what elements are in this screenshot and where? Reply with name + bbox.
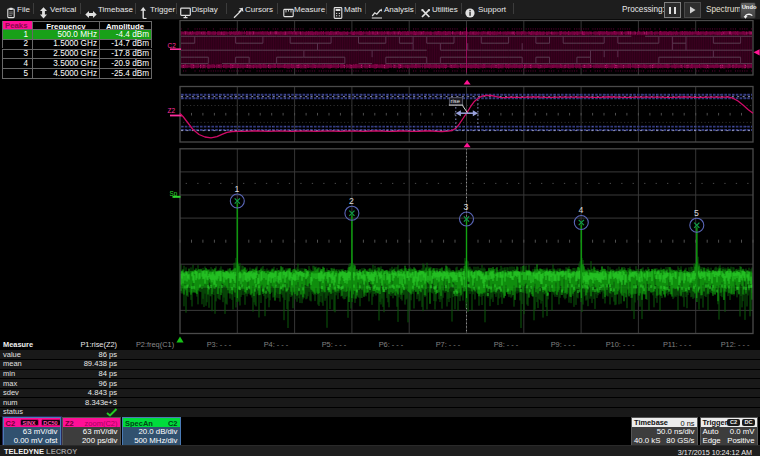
svg-text:3: 3	[464, 202, 469, 212]
svg-text:rise: rise	[451, 98, 460, 104]
svg-text:1: 1	[234, 184, 239, 194]
svg-text:4: 4	[578, 205, 583, 215]
svg-text:2: 2	[349, 196, 354, 206]
svg-text:C2: C2	[168, 42, 177, 49]
svg-text:Z2: Z2	[168, 107, 176, 114]
svg-text:5: 5	[694, 208, 699, 218]
